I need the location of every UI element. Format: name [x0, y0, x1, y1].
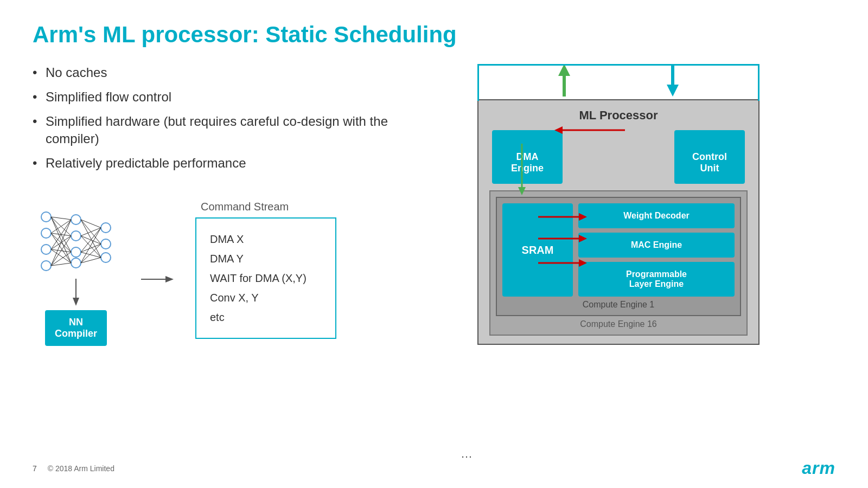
- green-up-arrow-icon: [558, 64, 570, 97]
- top-arrows-area: [477, 64, 760, 99]
- footer: 7 © 2018 Arm Limited arm: [33, 458, 835, 478]
- svg-point-1: [41, 228, 51, 238]
- dma-engine-box: DMA Engine: [492, 130, 563, 184]
- bullet-list: No caches Simplified flow control Simpli…: [33, 64, 401, 179]
- svg-point-4: [71, 215, 81, 224]
- slide-title: Arm's ML processor: Static Scheduling: [33, 22, 835, 48]
- programmable-layer-box: Programmable Layer Engine: [578, 262, 735, 297]
- svg-point-10: [101, 253, 111, 262]
- control-unit-box: Control Unit: [674, 130, 745, 184]
- svg-marker-43: [558, 64, 570, 76]
- compute-engine-16-label: Compute Engine 16: [496, 319, 741, 329]
- ml-processor-box: ML Processor DMA Engine Control Unit: [477, 99, 760, 345]
- page-number: 7: [33, 464, 37, 473]
- command-etc: etc: [210, 307, 322, 327]
- svg-point-3: [41, 261, 51, 271]
- svg-line-29: [81, 220, 101, 258]
- command-wait: WAIT for DMA (X,Y): [210, 268, 322, 288]
- svg-point-9: [101, 239, 111, 249]
- dots-indicator: …: [33, 447, 868, 461]
- copyright-text: © 2018 Arm Limited: [48, 464, 114, 473]
- svg-line-35: [81, 252, 101, 258]
- svg-point-2: [41, 245, 51, 254]
- blue-down-arrow-icon: [667, 64, 679, 97]
- command-conv: Conv X, Y: [210, 288, 322, 307]
- left-panel: No caches Simplified flow control Simpli…: [33, 64, 401, 460]
- svg-rect-44: [563, 75, 566, 97]
- ml-processor-container: ML Processor DMA Engine Control Unit: [477, 99, 760, 345]
- inner-components: SRAM Weight Decoder MAC Engine Programma…: [502, 203, 735, 297]
- arm-logo: arm: [802, 458, 835, 478]
- svg-point-8: [101, 223, 111, 233]
- footer-left: 7 © 2018 Arm Limited: [33, 464, 114, 473]
- svg-point-7: [71, 258, 81, 268]
- command-stream-container: Command Stream DMA X DMA Y WAIT for DMA …: [195, 201, 336, 339]
- bullet-2: Simplified flow control: [33, 88, 401, 105]
- nn-compiler-box: NN Compiler: [45, 310, 107, 346]
- sram-box: SRAM: [502, 203, 573, 297]
- svg-marker-46: [667, 85, 679, 97]
- arrow-down-icon: [71, 279, 81, 306]
- compute-engine-16-box: SRAM Weight Decoder MAC Engine Programma…: [489, 190, 748, 336]
- svg-point-5: [71, 231, 81, 241]
- weight-decoder-box: Weight Decoder: [578, 203, 735, 228]
- arrow-right-icon: [141, 274, 174, 285]
- mac-engine-box: MAC Engine: [578, 233, 735, 258]
- right-engines: Weight Decoder MAC Engine Programmable L…: [578, 203, 735, 297]
- svg-point-6: [71, 247, 81, 257]
- bullet-4: Relatively predictable performance: [33, 155, 401, 171]
- compute-engine-1-label: Compute Engine 1: [502, 300, 735, 310]
- right-panel: ML Processor DMA Engine Control Unit: [401, 64, 835, 460]
- svg-point-0: [41, 212, 51, 222]
- content-area: No caches Simplified flow control Simpli…: [33, 64, 835, 460]
- command-dmax: DMA X: [210, 229, 322, 249]
- command-dmay: DMA Y: [210, 249, 322, 268]
- svg-line-11: [51, 217, 71, 220]
- command-stream-label: Command Stream: [201, 201, 336, 213]
- bullet-3: Simplified hardware (but requires carefu…: [33, 113, 401, 146]
- bullet-1: No caches: [33, 64, 401, 81]
- svg-marker-40: [73, 298, 79, 306]
- neural-network-icon: [33, 206, 119, 277]
- top-components-row: DMA Engine Control Unit: [487, 130, 750, 184]
- diagram-area: NN Compiler Command Stream DMA X DMA Y: [33, 201, 401, 346]
- nn-diagram: NN Compiler: [33, 206, 119, 346]
- ml-processor-title: ML Processor: [487, 108, 750, 123]
- slide: Arm's ML processor: Static Scheduling No…: [0, 0, 868, 488]
- svg-marker-42: [165, 276, 174, 282]
- command-stream-box: DMA X DMA Y WAIT for DMA (X,Y) Conv X, Y…: [195, 217, 336, 339]
- svg-rect-45: [671, 64, 674, 86]
- compute-engine-1-box: SRAM Weight Decoder MAC Engine Programma…: [496, 197, 741, 316]
- nn-to-command-arrow: [141, 274, 174, 285]
